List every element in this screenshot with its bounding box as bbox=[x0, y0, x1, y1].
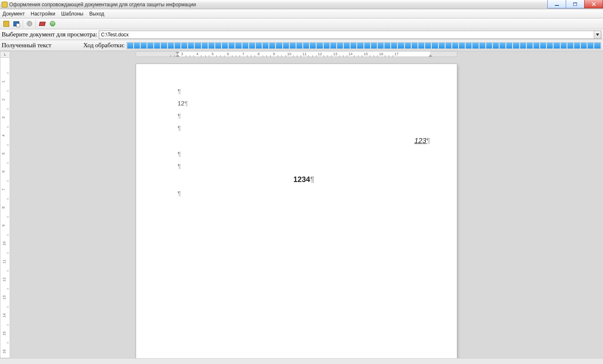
menu-settings[interactable]: Настройки bbox=[31, 11, 55, 17]
left-indent-icon[interactable] bbox=[175, 54, 180, 57]
ruler-tick bbox=[220, 55, 221, 57]
ruler-number: 12 bbox=[318, 52, 322, 56]
refresh-icon bbox=[50, 21, 55, 26]
paragraph[interactable]: 12¶ bbox=[178, 97, 430, 109]
progress-segment bbox=[364, 43, 370, 49]
circle-icon bbox=[27, 21, 32, 26]
pilcrow-icon: ¶ bbox=[178, 87, 181, 95]
folder-icon bbox=[3, 21, 9, 27]
ruler-number: 6 bbox=[1, 170, 5, 172]
right-indent-icon[interactable] bbox=[428, 54, 433, 57]
maximize-button[interactable] bbox=[566, 0, 585, 8]
progress-segment bbox=[405, 43, 411, 49]
progress-segment bbox=[229, 43, 234, 49]
ruler-tick bbox=[7, 217, 9, 217]
document-page[interactable]: ¶12¶¶¶123¶¶¶1234¶¶ bbox=[136, 64, 457, 364]
progress-segment bbox=[459, 43, 465, 49]
ruler-tick bbox=[7, 109, 9, 109]
paragraph[interactable]: 123¶ bbox=[178, 134, 430, 148]
paragraph[interactable]: ¶ bbox=[178, 160, 430, 172]
progress-segment bbox=[466, 43, 472, 49]
progress-segment bbox=[330, 43, 336, 49]
minimize-button[interactable] bbox=[547, 0, 566, 8]
progress-segment bbox=[168, 43, 174, 49]
paragraph-text: 1234 bbox=[293, 175, 310, 184]
progress-segment bbox=[195, 43, 201, 49]
paragraph[interactable]: 1234¶ bbox=[178, 172, 430, 187]
ruler-number: 10 bbox=[287, 52, 291, 56]
ruler-tick bbox=[7, 181, 9, 181]
status-row: Полученный текст Ход обработки: bbox=[0, 40, 603, 51]
menu-exit[interactable]: Выход bbox=[89, 11, 104, 17]
progress-segment bbox=[310, 43, 316, 49]
paragraph[interactable]: ¶ bbox=[178, 110, 430, 122]
toolbar-button-3[interactable] bbox=[25, 19, 34, 28]
minimize-icon bbox=[555, 5, 559, 6]
ruler-left-margin bbox=[136, 51, 178, 56]
ruler-tick bbox=[7, 163, 9, 163]
file-path-input[interactable] bbox=[99, 31, 594, 38]
ruler-tick bbox=[312, 55, 313, 57]
close-button[interactable] bbox=[584, 0, 603, 8]
toolbar-button-5[interactable] bbox=[48, 19, 57, 28]
ruler-tick bbox=[7, 343, 9, 343]
progress-segment bbox=[439, 43, 445, 49]
toolbar-button-2[interactable] bbox=[12, 19, 21, 28]
combobox-arrow[interactable] bbox=[594, 31, 601, 38]
ruler-tick bbox=[240, 55, 240, 57]
ruler-number: 3 bbox=[1, 116, 5, 118]
ruler-tick bbox=[216, 55, 217, 57]
ruler-number: 9 bbox=[273, 52, 275, 56]
progress-segment bbox=[371, 43, 377, 49]
pilcrow-icon: ¶ bbox=[310, 175, 314, 184]
vertical-ruler[interactable]: 12345678910111213141516 bbox=[0, 58, 10, 358]
pilcrow-icon: ¶ bbox=[426, 137, 430, 145]
document-content[interactable]: ¶12¶¶¶123¶¶¶1234¶¶ bbox=[178, 85, 430, 199]
ruler-number: 16 bbox=[2, 349, 6, 354]
progress-segment bbox=[303, 43, 309, 49]
ruler-tick bbox=[393, 55, 393, 57]
menu-document[interactable]: Документ bbox=[3, 11, 25, 17]
ruler-number: 14 bbox=[2, 313, 6, 318]
ruler-number: 4 bbox=[1, 134, 5, 136]
ruler-tick bbox=[278, 55, 278, 57]
progress-segment bbox=[222, 43, 228, 49]
toolbar-button-4[interactable] bbox=[38, 19, 47, 28]
paragraph[interactable]: ¶ bbox=[178, 122, 430, 134]
toolbar-button-1[interactable] bbox=[2, 19, 11, 28]
pilcrow-icon: ¶ bbox=[178, 162, 181, 169]
progress-segment bbox=[269, 43, 275, 49]
file-selector-label: Выберите документ для просмотра: bbox=[2, 31, 97, 38]
progress-segment bbox=[154, 43, 160, 49]
ruler-tick bbox=[347, 55, 347, 57]
progress-bar bbox=[126, 42, 601, 49]
ruler-tick bbox=[7, 271, 9, 271]
progress-segment bbox=[493, 43, 499, 49]
paragraph[interactable]: ¶ bbox=[178, 187, 430, 199]
file-combobox[interactable] bbox=[99, 31, 601, 39]
progress-segment bbox=[520, 43, 526, 49]
paragraph[interactable]: ¶ bbox=[178, 148, 430, 160]
progress-segment bbox=[215, 43, 221, 49]
file-selector-row: Выберите документ для просмотра: bbox=[0, 29, 603, 40]
progress-segment bbox=[242, 43, 248, 49]
app-icon bbox=[2, 2, 8, 8]
ruler-right-margin bbox=[430, 51, 457, 56]
progress-segment bbox=[202, 43, 208, 49]
progress-segment bbox=[344, 43, 350, 49]
progress-segment bbox=[594, 43, 600, 49]
menu-templates[interactable]: Шаблоны bbox=[61, 11, 83, 17]
ruler-corner[interactable]: L bbox=[0, 51, 10, 58]
horizontal-ruler[interactable]: 34567891011121314151617 bbox=[136, 51, 457, 57]
menu-bar: Документ Настройки Шаблоны Выход bbox=[0, 9, 603, 18]
progress-segment bbox=[425, 43, 431, 49]
ruler-tick bbox=[389, 55, 389, 57]
progress-segment bbox=[561, 43, 567, 49]
paragraph[interactable]: ¶ bbox=[178, 85, 430, 97]
ruler-tick bbox=[255, 55, 255, 57]
progress-segment bbox=[384, 43, 390, 49]
ruler-tick bbox=[7, 325, 9, 325]
ruler-number: 3 bbox=[181, 52, 183, 56]
progress-segment bbox=[127, 43, 133, 49]
pilcrow-icon: ¶ bbox=[178, 190, 181, 197]
